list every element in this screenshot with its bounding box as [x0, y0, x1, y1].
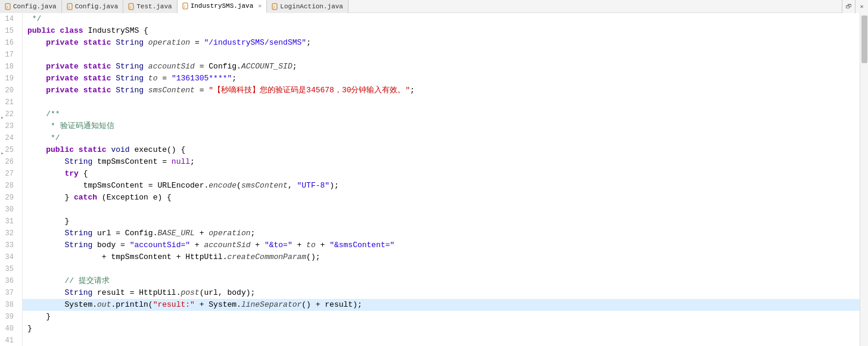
token: void [111, 144, 134, 156]
token: ; [251, 227, 256, 239]
svg-text:J: J [68, 6, 70, 10]
code-line-18: private static String accountSid = Confi… [23, 61, 860, 73]
line-number-18: 18 [0, 61, 17, 73]
token: BASE_URL [157, 227, 194, 239]
tab-loginaction[interactable]: J LoginAction.java [267, 0, 349, 13]
token: String [116, 85, 148, 96]
svg-text:J: J [129, 6, 131, 10]
fold-icon-25[interactable]: ▸ [0, 148, 4, 152]
editor-main: */public class IndustrySMS { private sta… [23, 13, 868, 346]
code-line-32: String url = Config.BASE_URL + operation… [23, 227, 860, 239]
tab-config2[interactable]: J Config.java [62, 0, 124, 13]
token: private [46, 61, 83, 73]
line-number-25: ▸25 [0, 144, 17, 156]
line-number-17: 17 [0, 49, 17, 61]
line-number-39: 39 [0, 311, 17, 323]
tab-close-industrysms[interactable]: ✕ [258, 2, 262, 10]
code-line-38: System.out.println("result:" + System.li… [23, 299, 860, 311]
tab-config1[interactable]: J Config.java [0, 0, 62, 13]
line-number-21: 21 [0, 96, 17, 108]
token: accountSid [204, 239, 250, 251]
window-controls: 🗗 ✕ [842, 0, 868, 13]
token: "accountSid=" [130, 239, 190, 251]
restore-button[interactable]: 🗗 [842, 0, 855, 13]
token [27, 287, 64, 299]
token: try [64, 168, 83, 180]
token: to [306, 239, 316, 251]
code-line-26: String tmpSmsContent = null; [23, 156, 860, 168]
token: System. [27, 299, 97, 311]
token: lineSeparator [241, 299, 301, 311]
token: { [144, 25, 148, 37]
token: static [83, 37, 116, 49]
token: = [195, 85, 209, 96]
java-icon-3: J [128, 3, 134, 10]
line-number-22: ▸22 [0, 108, 17, 120]
token: "/industrySMS/sendSMS" [204, 37, 306, 49]
token: to [148, 73, 158, 85]
token: static [83, 85, 116, 96]
token: + tmpSmsContent + HttpUtil. [27, 251, 227, 263]
token [27, 37, 46, 49]
line-numbers: 1415161718192021▸222324▸2526272829303132… [0, 13, 23, 346]
line-number-27: 27 [0, 168, 17, 180]
line-number-40: 40 [0, 323, 17, 335]
token: out [97, 299, 111, 311]
line-number-15: 15 [0, 25, 17, 37]
token: () { [167, 144, 185, 156]
close-button[interactable]: ✕ [855, 0, 868, 13]
token: "result:" [153, 299, 195, 311]
token: String [64, 227, 97, 239]
token: "1361305****" [172, 73, 232, 85]
code-line-36: // 提交请求 [23, 275, 860, 287]
scrollbar-vertical[interactable] [860, 13, 868, 346]
code-line-28: tmpSmsContent = URLEncoder.encode(smsCon… [23, 180, 860, 192]
line-number-37: 37 [0, 287, 17, 299]
tab-test[interactable]: J Test.java [123, 0, 177, 13]
java-icon-1: J [5, 3, 11, 10]
token: String [116, 73, 148, 85]
token: { [83, 168, 88, 180]
token: private [46, 85, 83, 96]
token: ); [329, 180, 339, 192]
token: + [190, 239, 204, 251]
code-line-21 [23, 96, 860, 108]
token: ( [237, 180, 241, 192]
token: .println( [111, 299, 153, 311]
line-number-29: 29 [0, 192, 17, 204]
token: smsContent [241, 180, 288, 192]
token: ; [190, 156, 195, 168]
token: // 提交请求 [64, 275, 109, 287]
token: * 验证码通知短信 [27, 120, 114, 132]
svg-text:J: J [6, 6, 8, 10]
token [27, 227, 64, 239]
scrollbar-thumb-v[interactable] [861, 15, 867, 63]
line-number-33: 33 [0, 239, 17, 251]
line-number-23: 23 [0, 120, 17, 132]
token: */ [27, 132, 60, 144]
code-line-33: String body = "accountSid=" + accountSid… [23, 239, 860, 251]
token: (url, body); [200, 287, 256, 299]
line-number-36: 36 [0, 275, 17, 287]
token: String [64, 287, 97, 299]
line-number-35: 35 [0, 263, 17, 275]
line-number-30: 30 [0, 204, 17, 216]
token: ; [306, 37, 311, 49]
token: (Exception e) { [102, 192, 172, 204]
token: } [27, 216, 69, 227]
token: catch [74, 192, 102, 204]
token: + [195, 227, 209, 239]
line-number-41: 41 [0, 335, 17, 346]
tab-label-2: Config.java [75, 3, 119, 10]
code-line-29: } catch (Exception e) { [23, 192, 860, 204]
code-line-17 [23, 49, 860, 61]
code-line-16: private static String operation = "/indu… [23, 37, 860, 49]
token [27, 144, 46, 156]
code-area[interactable]: */public class IndustrySMS { private sta… [23, 13, 860, 346]
token: + [293, 239, 306, 251]
tab-industrysms[interactable]: J IndustrySMS.java ✕ [178, 0, 267, 13]
code-line-37: String result = HttpUtil.post(url, body)… [23, 287, 860, 299]
token: null [172, 156, 190, 168]
code-line-25: public static void execute() { [23, 144, 860, 156]
fold-icon-22[interactable]: ▸ [0, 112, 4, 117]
